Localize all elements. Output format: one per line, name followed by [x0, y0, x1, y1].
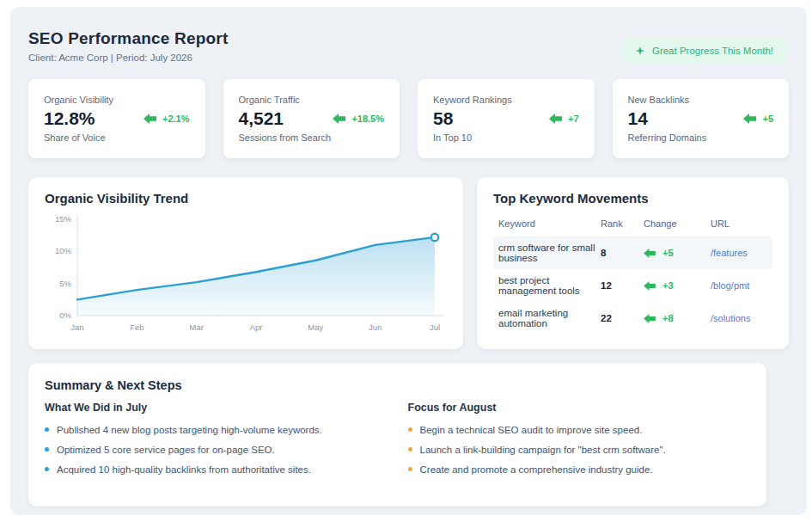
stat-card-new-backlinks: New Backlinks 14 Referring Domains +5: [613, 79, 790, 158]
stat-sublabel: Sessions from Search: [239, 132, 332, 143]
change-cell: +8: [644, 313, 711, 323]
svg-text:Feb: Feb: [130, 322, 143, 332]
svg-text:10%: 10%: [55, 246, 72, 255]
arrow-left-icon: [549, 114, 562, 124]
svg-text:0%: 0%: [59, 310, 71, 320]
stat-label: Organic Visibility: [44, 95, 113, 105]
stat-card-keyword-rankings: Keyword Rankings 58 In Top 10 +7: [418, 79, 595, 158]
arrow-left-icon: [333, 114, 345, 124]
stat-text-block: Organic Traffic 4,521 Sessions from Sear…: [239, 95, 332, 143]
progress-badge: Great Progress This Month!: [620, 38, 789, 64]
arrow-left-icon: [743, 114, 756, 124]
bullet-dot-icon: [45, 427, 49, 432]
change-cell: +5: [644, 248, 711, 258]
page-subtitle: Client: Acme Corp | Period: July 2026: [28, 52, 228, 63]
list-item-text: Begin a technical SEO audit to improve s…: [420, 425, 643, 435]
stat-sublabel: In Top 10: [433, 132, 512, 143]
list-item-text: Optimized 5 core service pages for on-pa…: [57, 445, 275, 455]
arrow-left-icon: [644, 249, 656, 258]
col-header-rank: Rank: [601, 218, 644, 229]
keyword-table-header: Keyword Rank Change URL: [493, 212, 772, 236]
table-row: best project management tools 12 +3 /blo…: [493, 269, 772, 302]
visibility-trend-card: Organic Visibility Trend 0%5%10%15%JanFe…: [28, 177, 463, 349]
stat-value: 58: [433, 108, 512, 129]
list-item-text: Create and promote a comprehensive indus…: [420, 464, 653, 475]
col-header-keyword: Keyword: [498, 218, 601, 229]
url-cell: /features: [711, 248, 767, 258]
keyword-movements-card: Top Keyword Movements Keyword Rank Chang…: [477, 177, 789, 349]
stat-label: New Backlinks: [628, 95, 707, 105]
stat-delta: +2.1%: [143, 114, 190, 124]
url-cell: /blog/pmt: [711, 280, 767, 291]
list-item: Published 4 new blog posts targeting hig…: [45, 425, 388, 435]
table-row: crm software for small business 8 +5 /fe…: [493, 236, 772, 269]
stat-delta-value: +2.1%: [162, 114, 190, 124]
august-focus-list: Begin a technical SEO audit to improve s…: [408, 425, 751, 475]
july-activity-list: Published 4 new blog posts targeting hig…: [45, 425, 388, 475]
stat-delta-value: +18.5%: [351, 114, 384, 124]
change-cell: +3: [644, 280, 711, 291]
summary-columns: What We Did in July Published 4 new blog…: [45, 402, 750, 484]
svg-text:Jun: Jun: [369, 322, 382, 332]
change-value: +8: [662, 313, 674, 323]
stat-value: 14: [628, 108, 707, 129]
stat-label: Organic Traffic: [239, 95, 332, 105]
rank-cell: 12: [601, 280, 644, 291]
bullet-dot-icon: [408, 447, 412, 451]
table-row: email marketing automation 22 +8 /soluti…: [493, 302, 772, 335]
bullet-dot-icon: [408, 467, 412, 471]
svg-text:Mar: Mar: [189, 322, 203, 332]
keyword-cell: best project management tools: [498, 275, 601, 296]
trend-line-chart: 0%5%10%15%JanFebMarAprMayJunJul: [45, 211, 447, 340]
list-item: Optimized 5 core service pages for on-pa…: [45, 445, 388, 455]
url-link[interactable]: /features: [711, 248, 748, 258]
stat-value: 12.8%: [44, 108, 113, 129]
stat-sublabel: Share of Voice: [44, 132, 113, 143]
stat-delta-value: +7: [568, 114, 579, 124]
list-item-text: Launch a link-building campaign for "bes…: [420, 445, 666, 455]
keyword-table: Keyword Rank Change URL crm software for…: [493, 212, 772, 335]
middle-row: Organic Visibility Trend 0%5%10%15%JanFe…: [28, 177, 789, 349]
list-item: Launch a link-building campaign for "bes…: [408, 445, 751, 455]
bullet-dot-icon: [45, 467, 49, 471]
stat-text-block: New Backlinks 14 Referring Domains: [628, 95, 707, 143]
summary-right-heading: Focus for August: [408, 402, 751, 414]
col-header-change: Change: [644, 218, 711, 229]
report-frame: SEO Performance Report Client: Acme Corp…: [10, 7, 807, 515]
col-header-url: URL: [711, 218, 767, 229]
header-text-block: SEO Performance Report Client: Acme Corp…: [28, 29, 228, 63]
list-item: Begin a technical SEO audit to improve s…: [408, 425, 751, 435]
stat-delta: +7: [549, 114, 579, 124]
svg-text:Jul: Jul: [430, 322, 440, 332]
stat-delta: +18.5%: [333, 114, 384, 124]
summary-left-column: What We Did in July Published 4 new blog…: [45, 402, 388, 484]
report-header: SEO Performance Report Client: Acme Corp…: [28, 29, 789, 64]
stat-card-organic-visibility: Organic Visibility 12.8% Share of Voice …: [28, 79, 205, 158]
url-link[interactable]: /blog/pmt: [711, 280, 749, 291]
progress-badge-label: Great Progress This Month!: [652, 46, 773, 56]
url-link[interactable]: /solutions: [711, 313, 750, 323]
svg-text:May: May: [308, 322, 323, 332]
sparkle-icon: [636, 46, 644, 55]
svg-text:15%: 15%: [55, 214, 72, 224]
visibility-trend-chart: 0%5%10%15%JanFebMarAprMayJunJul: [45, 211, 447, 340]
change-value: +3: [662, 280, 674, 291]
svg-text:Jan: Jan: [70, 322, 83, 332]
list-item: Acquired 10 high-quality backlinks from …: [45, 464, 388, 475]
arrow-left-icon: [644, 281, 656, 291]
keyword-table-title: Top Keyword Movements: [493, 191, 772, 206]
stat-delta-value: +5: [762, 114, 773, 124]
stat-text-block: Keyword Rankings 58 In Top 10: [433, 95, 512, 143]
summary-right-column: Focus for August Begin a technical SEO a…: [408, 402, 751, 484]
url-cell: /solutions: [711, 313, 767, 323]
summary-card: Summary & Next Steps What We Did in July…: [28, 363, 766, 507]
stats-row: Organic Visibility 12.8% Share of Voice …: [28, 79, 789, 158]
list-item-text: Acquired 10 high-quality backlinks from …: [57, 464, 311, 475]
stat-sublabel: Referring Domains: [628, 132, 707, 143]
stat-label: Keyword Rankings: [433, 95, 512, 105]
bullet-dot-icon: [408, 427, 412, 432]
stat-text-block: Organic Visibility 12.8% Share of Voice: [44, 95, 113, 143]
arrow-left-icon: [644, 314, 656, 323]
summary-left-heading: What We Did in July: [45, 402, 388, 414]
stat-card-organic-traffic: Organic Traffic 4,521 Sessions from Sear…: [223, 79, 400, 158]
